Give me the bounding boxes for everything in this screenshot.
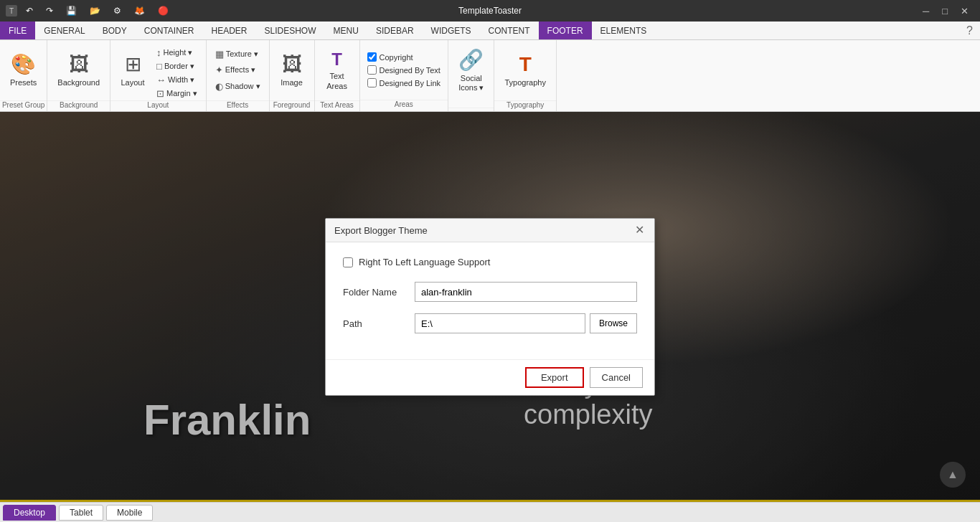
ribbon: 🎨 Presets Preset Group 🖼 Background Back… <box>0 40 980 112</box>
textareas-group-label: Text Areas <box>315 100 359 112</box>
image-label: Image <box>281 78 303 87</box>
ribbon-group-presets: 🎨 Presets Preset Group <box>0 40 47 111</box>
tab-tablet[interactable]: Tablet <box>59 505 103 521</box>
menu-general[interactable]: GENERAL <box>35 22 93 39</box>
shadow-btn[interactable]: ◐ Shadow ▾ <box>212 80 263 93</box>
icon5[interactable]: 🦊 <box>128 6 151 16</box>
app-title: TemplateToaster <box>458 6 522 16</box>
open-btn[interactable]: 📂 <box>84 6 106 16</box>
path-input[interactable] <box>415 313 585 333</box>
social-group-label <box>448 108 494 111</box>
textareas-label: TextAreas <box>326 72 347 90</box>
effects-group-label: Effects <box>207 100 269 112</box>
title-bar: T ↶ ↷ 💾 📂 ⚙ 🦊 🔴 TemplateToaster ─ □ ✕ <box>0 0 980 22</box>
folder-name-input[interactable] <box>415 282 637 302</box>
typography-btn[interactable]: T Typography <box>499 43 551 98</box>
layout-btn[interactable]: ⊞ Layout <box>115 43 151 98</box>
background-btn[interactable]: 🖼 Background <box>52 43 105 98</box>
export-modal: Export Blogger Theme ✕ Right To Left Lan… <box>325 218 655 396</box>
path-label: Path <box>343 318 415 329</box>
tab-mobile[interactable]: Mobile <box>106 505 153 521</box>
undo-btn[interactable]: ↶ <box>20 6 39 16</box>
minimize-btn[interactable]: ─ <box>917 6 935 16</box>
border-icon: □ <box>156 61 162 72</box>
rtl-label: Right To Left Language Support <box>359 257 490 267</box>
margin-label: Margin ▾ <box>166 89 197 98</box>
close-btn[interactable]: ✕ <box>955 6 974 16</box>
designed-link-checkbox[interactable] <box>367 78 377 87</box>
texture-btn[interactable]: ▦ Texture ▾ <box>212 47 263 61</box>
copyright-checkbox-row[interactable]: Copyright <box>367 52 441 62</box>
modal-footer: Export Cancel <box>326 359 654 395</box>
image-btn[interactable]: 🖼 Image <box>274 43 310 98</box>
help-btn[interactable]: ? <box>959 24 980 37</box>
copyright-checkbox[interactable] <box>367 52 377 62</box>
width-btn[interactable]: ↔ Width ▾ <box>154 73 200 87</box>
folder-name-label: Folder Name <box>343 287 415 298</box>
areas-group-label: Areas <box>360 100 448 111</box>
rtl-checkbox[interactable] <box>343 257 353 267</box>
undo-redo-group: ↶ ↷ 💾 📂 ⚙ 🦊 🔴 <box>20 6 174 16</box>
menu-sidebar[interactable]: SIDEBAR <box>367 22 423 39</box>
presets-label: Presets <box>10 78 37 87</box>
designed-link-checkbox-row[interactable]: Designed By Link <box>367 77 441 88</box>
modal-close-btn[interactable]: ✕ <box>633 224 646 236</box>
menu-menu[interactable]: MENU <box>325 22 367 39</box>
settings-btn[interactable]: ⚙ <box>108 6 127 16</box>
social-icons-btn[interactable]: 🔗 SocialIcons ▾ <box>453 43 489 98</box>
cancel-btn[interactable]: Cancel <box>590 367 643 388</box>
modal-body: Right To Left Language Support Folder Na… <box>326 242 654 359</box>
ribbon-group-areas: Copyright Designed By Text Designed By L… <box>360 40 449 111</box>
effects-content: ▦ Texture ▾ ✦ Effects ▾ ◐ Shadow ▾ <box>207 40 269 100</box>
save-btn[interactable]: 💾 <box>60 6 83 16</box>
menu-header[interactable]: HEADER <box>203 22 256 39</box>
ribbon-group-social: 🔗 SocialIcons ▾ <box>448 40 494 111</box>
browse-btn[interactable]: Browse <box>590 313 637 333</box>
rtl-checkbox-row: Right To Left Language Support <box>343 257 637 267</box>
texture-label: Texture ▾ <box>226 49 258 59</box>
maximize-btn[interactable]: □ <box>936 6 953 16</box>
background-group-label: Background <box>47 100 110 112</box>
textareas-btn[interactable]: T TextAreas <box>319 43 355 98</box>
effects-small-btns: ▦ Texture ▾ ✦ Effects ▾ ◐ Shadow ▾ <box>211 43 265 98</box>
content-area: HOME ABOUT US ▾ CONTACT US Franklin of a… <box>0 112 980 502</box>
menu-footer[interactable]: FOOTER <box>539 22 592 39</box>
designed-text-label: Designed By Text <box>380 66 440 75</box>
menu-slideshow[interactable]: SLIDESHOW <box>256 22 325 39</box>
ribbon-group-effects: ▦ Texture ▾ ✦ Effects ▾ ◐ Shadow ▾ Effec… <box>207 40 270 111</box>
width-label: Width ▾ <box>168 75 194 85</box>
menu-body[interactable]: BODY <box>94 22 136 39</box>
modal-header: Export Blogger Theme ✕ <box>326 219 654 242</box>
menu-file[interactable]: FILE <box>0 22 35 39</box>
presets-btn[interactable]: 🎨 Presets <box>4 43 42 98</box>
margin-btn[interactable]: ⊡ Margin ▾ <box>154 87 200 100</box>
menu-content[interactable]: CONTENT <box>480 22 539 39</box>
layout-icon: ⊞ <box>125 52 141 76</box>
tab-desktop[interactable]: Desktop <box>3 505 56 521</box>
icon6[interactable]: 🔴 <box>152 6 174 16</box>
presets-icon: 🎨 <box>11 52 36 76</box>
menu-elements[interactable]: ELEMENTS <box>592 22 656 39</box>
social-icons-label: SocialIcons ▾ <box>458 74 484 92</box>
typography-content: T Typography <box>494 40 555 100</box>
menu-container[interactable]: CONTAINER <box>136 22 203 39</box>
background-label: Background <box>57 78 100 87</box>
typography-label: Typography <box>504 78 545 87</box>
ribbon-group-typography: T Typography Typography <box>494 40 556 111</box>
width-icon: ↔ <box>156 75 166 85</box>
height-label: Height ▾ <box>164 48 193 57</box>
designed-link-label: Designed By Link <box>380 79 441 87</box>
folder-name-row: Folder Name <box>343 282 637 302</box>
height-icon: ↕ <box>156 47 161 58</box>
redo-btn[interactable]: ↷ <box>40 6 59 16</box>
menu-widgets[interactable]: WIDGETS <box>423 22 480 39</box>
social-icon: 🔗 <box>458 48 484 72</box>
effects-btn[interactable]: ✦ Effects ▾ <box>212 63 263 77</box>
designed-text-checkbox-row[interactable]: Designed By Text <box>367 65 441 75</box>
designed-text-checkbox[interactable] <box>367 65 377 75</box>
layout-group-label: Layout <box>110 100 206 112</box>
shadow-label: Shadow ▾ <box>225 82 260 91</box>
export-btn[interactable]: Export <box>525 367 584 388</box>
height-btn[interactable]: ↕ Height ▾ <box>154 46 200 60</box>
border-btn[interactable]: □ Border ▾ <box>154 60 200 73</box>
